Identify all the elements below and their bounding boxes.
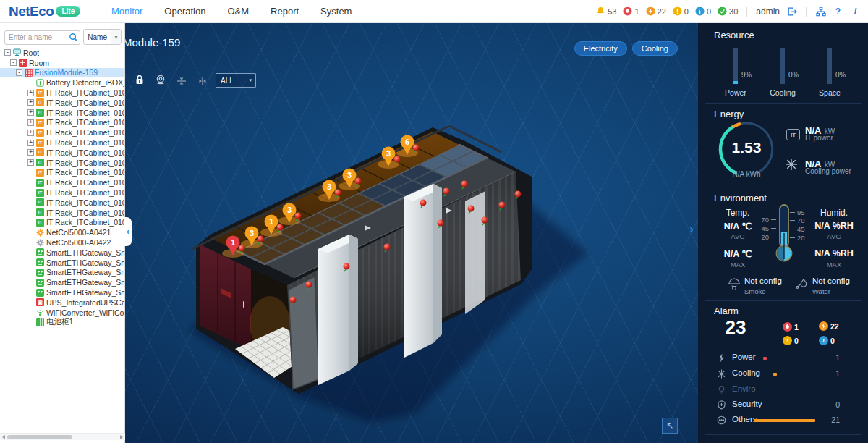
tree-node-it-rack-itcabinet-01070-e[interactable]: IT Rack_ITCabinet_01070_E xyxy=(0,218,124,228)
tree-expander[interactable]: - xyxy=(10,59,17,66)
scroll-right-arrow[interactable] xyxy=(120,435,123,439)
alarm-badge-major[interactable]: 22 xyxy=(646,7,666,16)
tree-node-it-rack-itcabinet-01070-e[interactable]: +IT Rack_ITCabinet_01070_E xyxy=(0,158,124,168)
layer-filter-dropdown[interactable]: ALL xyxy=(216,73,256,88)
tree-node-battery-detector-ibox-010[interactable]: Battery Detector_iBOX_010 xyxy=(0,77,124,88)
alarm-badge-count: 22 xyxy=(830,322,839,331)
fit-horizontal-icon[interactable] xyxy=(197,75,208,87)
tree-node-root[interactable]: -Root xyxy=(0,48,124,58)
tree-node-it-rack-itcabinet-01070-e[interactable]: +IT Rack_ITCabinet_01070_E xyxy=(0,127,124,138)
tree-node-smartethgateway-smarte[interactable]: SmartETHGateway_SmartE xyxy=(0,277,124,287)
smoke-sensor-icon xyxy=(727,278,741,290)
alarm-badge-critical[interactable]: 1 xyxy=(623,7,639,16)
logout-icon[interactable] xyxy=(786,6,797,17)
tree-node-it-rack-itcabinet-01070-e[interactable]: IT Rack_ITCabinet_01070_E xyxy=(0,198,124,208)
tree-node-it-rack-itcabinet-01070-e[interactable]: +IT Rack_ITCabinet_01070_E xyxy=(0,88,124,98)
cooling-view-button[interactable]: Cooling xyxy=(632,41,678,56)
collapse-tree-handle[interactable]: ‹ xyxy=(124,217,132,246)
tree-expander[interactable]: - xyxy=(16,69,22,76)
tree-node-smartethgateway-smarte[interactable]: SmartETHGateway_SmartE xyxy=(0,268,124,278)
alarm-badge-count: 0 xyxy=(794,337,799,345)
tree-node-it-rack-itcabinet-01070-e[interactable]: IT Rack_ITCabinet_01070_E xyxy=(0,208,124,218)
gateway-icon xyxy=(36,279,44,287)
tree-node-label: IT Rack_ITCabinet_01070_E xyxy=(46,109,124,117)
scrollbar-thumb[interactable] xyxy=(7,435,72,439)
tree-node-it-rack-itcabinet-01070-e[interactable]: +IT Rack_ITCabinet_01070_E xyxy=(0,138,124,148)
alarm-badge-strip: 531220030 xyxy=(596,7,738,16)
reset-view-button[interactable]: ↖ xyxy=(662,418,678,434)
tree-node-fusionmodule-159[interactable]: -FusionModule-159 xyxy=(0,68,124,78)
tree-node-label: SmartETHGateway_SmartE xyxy=(46,258,124,267)
camera-icon[interactable] xyxy=(155,74,166,85)
tree-expander[interactable]: + xyxy=(27,109,34,116)
user-name[interactable]: admin xyxy=(756,7,780,17)
svg-text:3: 3 xyxy=(287,206,292,214)
tree-node-label: SmartETHGateway_SmartE xyxy=(46,278,124,287)
collapse-right-panel-handle[interactable]: › xyxy=(686,223,697,236)
top-bar: NetEco Lite MonitorOperationO&MReportSys… xyxy=(0,0,868,23)
rack-green-icon xyxy=(36,159,44,166)
temp-max-label: MAX xyxy=(709,261,767,269)
tree-expander[interactable]: + xyxy=(27,119,34,126)
search-icon[interactable] xyxy=(69,32,78,41)
nav-item-operation[interactable]: Operation xyxy=(164,6,205,17)
rack-green-icon xyxy=(36,189,44,197)
tree-expander[interactable]: + xyxy=(27,99,34,106)
resource-bar-percent: 0% xyxy=(835,71,846,79)
neteco-app: NetEco Lite MonitorOperationO&MReportSys… xyxy=(0,0,868,443)
tree-node-it-rack-itcabinet-01070-e[interactable]: IT Rack_ITCabinet_01070_E xyxy=(0,177,124,187)
nav-item-om[interactable]: O&M xyxy=(227,6,249,17)
sort-dropdown[interactable]: Name xyxy=(83,29,122,45)
tree-node-smartethgateway-smarte[interactable]: SmartETHGateway_SmartE xyxy=(0,258,124,268)
alarm-badge-warning[interactable]: 0 xyxy=(695,7,711,16)
resource-bar-label: Cooling xyxy=(761,88,804,97)
tree-node-wificonverter-wificonve[interactable]: WiFiConverter_WiFiConve xyxy=(0,308,124,318)
tree-node-it-rack-itcabinet-01070-e[interactable]: +IT Rack_ITCabinet_01070_E xyxy=(0,98,124,108)
tree-node-it-rack-itcabinet-01070-e[interactable]: IT Rack_ITCabinet_01070_E xyxy=(0,168,124,178)
tree-node-it-rack-itcabinet-01070-e[interactable]: +IT Rack_ITCabinet_01070_E xyxy=(0,108,124,118)
module-icon xyxy=(25,69,33,77)
tree-horizontal-scrollbar[interactable] xyxy=(0,433,125,440)
alarm-badge-minor[interactable]: 0 xyxy=(673,7,689,16)
electricity-view-button[interactable]: Electricity xyxy=(574,41,627,56)
3d-scene[interactable]: 13133336 xyxy=(125,23,698,443)
scroll-left-arrow[interactable] xyxy=(2,435,5,439)
nav-item-monitor[interactable]: Monitor xyxy=(111,6,142,17)
nav-item-report[interactable]: Report xyxy=(271,6,299,17)
tree-node-netcol5000-a0421[interactable]: NetCol5000-A0421 xyxy=(0,227,124,237)
tree-expander[interactable]: + xyxy=(27,90,34,96)
tree-expander[interactable]: - xyxy=(4,49,11,56)
tree-node-it-rack-itcabinet-01070-e[interactable]: +IT Rack_ITCabinet_01070_E xyxy=(0,118,124,128)
info-icon[interactable]: i xyxy=(850,6,861,17)
divider xyxy=(806,7,807,17)
shield-icon xyxy=(717,400,727,410)
topology-icon[interactable] xyxy=(815,6,826,17)
rack-green-icon xyxy=(36,198,44,206)
resource-bar-power xyxy=(733,48,738,84)
tree-expander[interactable]: + xyxy=(27,130,34,136)
alarm-badge-normal[interactable]: 30 xyxy=(718,7,738,16)
tree-node-电池柜1[interactable]: 电池柜1 xyxy=(0,318,124,328)
nav-item-system[interactable]: System xyxy=(320,6,352,17)
lock-icon[interactable] xyxy=(134,74,145,85)
rack-orange-icon xyxy=(36,169,44,177)
humidity-header: Humid. xyxy=(805,208,863,218)
tree-node-smartethgateway-smarte[interactable]: SmartETHGateway_SmartE xyxy=(0,248,124,258)
rack-green-icon xyxy=(36,208,44,216)
tree-node-label: SmartETHGateway_SmartE xyxy=(46,248,124,257)
tree-expander[interactable]: + xyxy=(27,149,34,156)
tree-node-smartethgateway-smarte[interactable]: SmartETHGateway_SmartE xyxy=(0,287,124,298)
tree-node-it-rack-itcabinet-01070-e[interactable]: IT Rack_ITCabinet_01070_E xyxy=(0,187,124,198)
tree-node-room[interactable]: -Room xyxy=(0,58,124,68)
chevron-down-icon xyxy=(111,30,121,44)
tree-node-it-rack-itcabinet-01070-e[interactable]: +IT Rack_ITCabinet_01070_E xyxy=(0,148,124,158)
tree-expander[interactable]: + xyxy=(27,140,34,146)
fit-vertical-icon[interactable] xyxy=(176,75,187,87)
tree-node-label: Battery Detector_iBOX_010 xyxy=(46,78,124,87)
tree-node-ups-integratedupscabine[interactable]: UPS_IntegratedUPSCabine xyxy=(0,298,124,308)
tree-expander[interactable]: + xyxy=(27,159,34,166)
help-icon[interactable]: ? xyxy=(833,6,843,17)
alarm-row-count: 1 xyxy=(814,353,840,362)
alarm-badge-total[interactable]: 53 xyxy=(596,7,616,16)
tree-node-netcol5000-a0422[interactable]: NetCol5000-A0422 xyxy=(0,237,124,248)
